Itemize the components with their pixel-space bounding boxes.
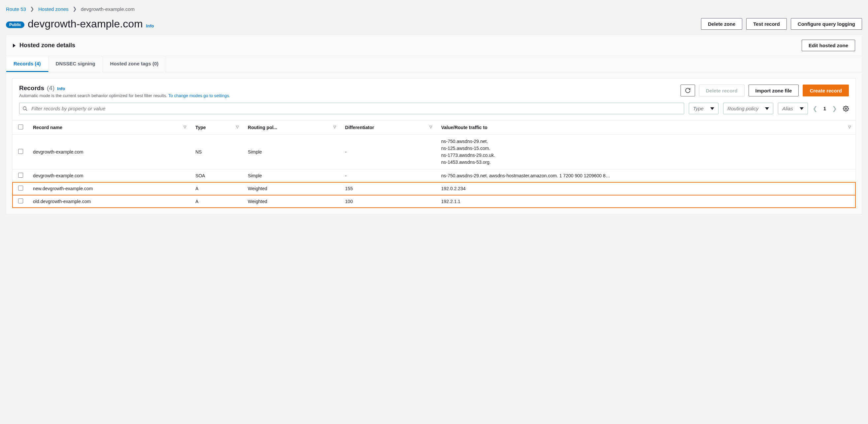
create-record-button[interactable]: Create record xyxy=(803,85,849,96)
delete-zone-button[interactable]: Delete zone xyxy=(701,18,742,30)
records-table: Record name▽ Type▽ Routing pol...▽ Diffe… xyxy=(12,120,856,208)
cell-routing: Simple xyxy=(243,135,341,170)
cell-type: A xyxy=(191,195,243,208)
records-subtitle-text: Automatic mode is the current search beh… xyxy=(19,93,168,98)
records-count: (4) xyxy=(47,85,55,92)
cell-record-name: old.devgrowth-example.com xyxy=(28,195,191,208)
next-page-button[interactable]: ❯ xyxy=(832,105,837,112)
tab-dnssec[interactable]: DNSSEC signing xyxy=(49,56,103,72)
cell-type: A xyxy=(191,182,243,195)
caret-down-icon xyxy=(765,107,769,110)
page-number: 1 xyxy=(824,106,826,111)
delete-record-button: Delete record xyxy=(699,85,745,96)
row-checkbox[interactable] xyxy=(18,173,23,178)
cell-record-name: devgrowth-example.com xyxy=(28,170,191,182)
edit-hosted-zone-button[interactable]: Edit hosted zone xyxy=(802,40,855,51)
breadcrumb-hosted-zones[interactable]: Hosted zones xyxy=(38,6,69,12)
cell-routing: Weighted xyxy=(243,195,341,208)
cell-value: ns-750.awsdns-29.net.ns-125.awsdns-15.co… xyxy=(437,135,856,170)
sort-icon: ▽ xyxy=(848,125,851,129)
tabs: Records (4) DNSSEC signing Hosted zone t… xyxy=(6,56,862,72)
cell-value: 192.0.2.234 xyxy=(437,182,856,195)
cell-record-name: devgrowth-example.com xyxy=(28,135,191,170)
breadcrumb: Route 53 ❯ Hosted zones ❯ devgrowth-exam… xyxy=(6,6,862,12)
table-row[interactable]: devgrowth-example.comSOASimple-ns-750.aw… xyxy=(12,170,856,182)
alias-filter-label: Alias xyxy=(782,106,793,111)
sort-icon: ▽ xyxy=(184,125,186,129)
svg-point-2 xyxy=(845,108,847,109)
select-all-checkbox[interactable] xyxy=(18,124,23,129)
type-filter[interactable]: Type xyxy=(689,103,718,114)
svg-point-0 xyxy=(23,107,26,110)
breadcrumb-current: devgrowth-example.com xyxy=(81,6,135,12)
chevron-right-icon: ❯ xyxy=(30,6,34,12)
import-zone-file-button[interactable]: Import zone file xyxy=(748,85,799,96)
cell-type: NS xyxy=(191,135,243,170)
records-panel: Records (4) Info Automatic mode is the c… xyxy=(6,72,862,214)
caret-down-icon xyxy=(710,107,714,110)
search-icon xyxy=(23,106,28,111)
col-record-name[interactable]: Record name▽ xyxy=(28,121,191,135)
breadcrumb-root[interactable]: Route 53 xyxy=(6,6,26,12)
cell-differentiator: - xyxy=(341,135,437,170)
page-title: devgrowth-example.com xyxy=(28,18,143,30)
search-wrapper xyxy=(19,103,684,114)
sort-icon: ▽ xyxy=(236,125,239,129)
routing-policy-filter[interactable]: Routing policy xyxy=(723,103,773,114)
cell-type: SOA xyxy=(191,170,243,182)
search-input[interactable] xyxy=(19,103,684,114)
tab-records[interactable]: Records (4) xyxy=(6,56,49,72)
pager: ❮ 1 ❯ xyxy=(812,105,849,112)
cell-value: 192.2.1.1 xyxy=(437,195,856,208)
sort-icon: ▽ xyxy=(333,125,336,129)
col-routing[interactable]: Routing pol...▽ xyxy=(243,121,341,135)
cell-value: ns-750.awsdns-29.net. awsdns-hostmaster.… xyxy=(437,170,856,182)
type-filter-label: Type xyxy=(693,106,704,111)
records-subtitle: Automatic mode is the current search beh… xyxy=(19,93,230,98)
info-link[interactable]: Info xyxy=(146,24,154,28)
records-title: Records xyxy=(19,85,44,92)
prev-page-button[interactable]: ❮ xyxy=(812,105,817,112)
caret-down-icon xyxy=(800,107,804,110)
gear-icon xyxy=(843,106,849,112)
cell-routing: Simple xyxy=(243,170,341,182)
alias-filter[interactable]: Alias xyxy=(778,103,808,114)
page-header: Public devgrowth-example.com Info Delete… xyxy=(6,18,862,30)
sort-icon: ▽ xyxy=(429,125,432,129)
hosted-zone-details-title: Hosted zone details xyxy=(20,42,75,49)
refresh-icon xyxy=(685,88,691,93)
cell-differentiator: 100 xyxy=(341,195,437,208)
col-value[interactable]: Value/Route traffic to▽ xyxy=(437,121,856,135)
col-differentiator[interactable]: Differentiator▽ xyxy=(341,121,437,135)
col-type[interactable]: Type▽ xyxy=(191,121,243,135)
test-record-button[interactable]: Test record xyxy=(746,18,787,30)
table-row[interactable]: old.devgrowth-example.comAWeighted100192… xyxy=(12,195,856,208)
public-badge: Public xyxy=(6,22,24,28)
table-row[interactable]: new.devgrowth-example.comAWeighted155192… xyxy=(12,182,856,195)
settings-button[interactable] xyxy=(843,106,849,112)
row-checkbox[interactable] xyxy=(18,149,23,154)
row-checkbox[interactable] xyxy=(18,186,23,190)
table-row[interactable]: devgrowth-example.comNSSimple-ns-750.aws… xyxy=(12,135,856,170)
refresh-button[interactable] xyxy=(681,85,695,96)
tab-tags[interactable]: Hosted zone tags (0) xyxy=(103,56,166,72)
hosted-zone-details-panel: Hosted zone details Edit hosted zone xyxy=(6,35,862,56)
caret-right-icon[interactable] xyxy=(13,43,16,48)
cell-routing: Weighted xyxy=(243,182,341,195)
routing-filter-label: Routing policy xyxy=(727,106,758,111)
cell-differentiator: 155 xyxy=(341,182,437,195)
cell-record-name: new.devgrowth-example.com xyxy=(28,182,191,195)
chevron-right-icon: ❯ xyxy=(72,6,77,12)
change-modes-link[interactable]: To change modes go to settings. xyxy=(168,93,230,98)
records-info-link[interactable]: Info xyxy=(57,86,65,91)
svg-line-1 xyxy=(26,109,27,111)
cell-differentiator: - xyxy=(341,170,437,182)
row-checkbox[interactable] xyxy=(18,199,23,204)
configure-logging-button[interactable]: Configure query logging xyxy=(791,18,862,30)
